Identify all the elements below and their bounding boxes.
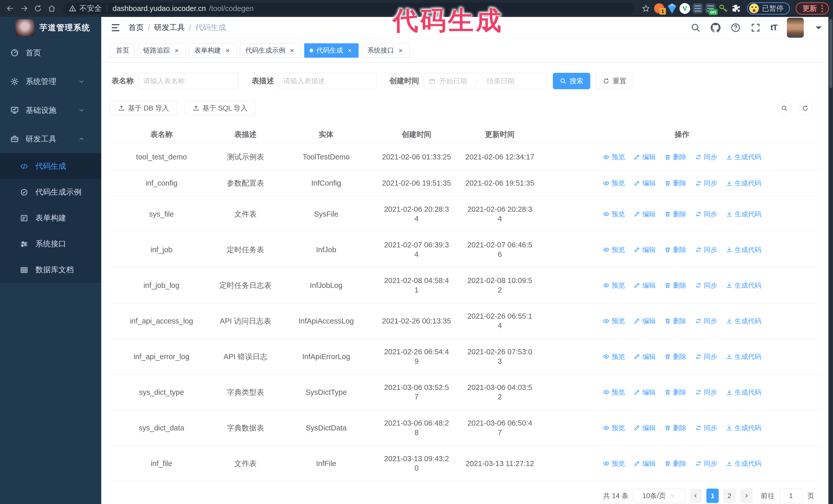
action-删除[interactable]: 删除 <box>664 210 686 219</box>
action-生成代码[interactable]: 生成代码 <box>726 352 761 361</box>
action-同步[interactable]: 同步 <box>695 210 717 219</box>
github-icon[interactable] <box>711 23 721 33</box>
action-同步[interactable]: 同步 <box>695 423 717 433</box>
tab-close-icon[interactable]: × <box>288 47 295 54</box>
action-生成代码[interactable]: 生成代码 <box>726 316 761 326</box>
action-同步[interactable]: 同步 <box>695 316 717 326</box>
bookmark-star-icon[interactable] <box>640 2 652 15</box>
sidebar-item-3[interactable]: 基础设施 <box>0 96 101 125</box>
sidebar-subitem[interactable]: 表单构建 <box>0 205 101 231</box>
action-删除[interactable]: 删除 <box>664 178 686 188</box>
action-同步[interactable]: 同步 <box>695 281 717 290</box>
action-同步[interactable]: 同步 <box>695 245 717 255</box>
browser-menu-icon[interactable] <box>820 5 824 12</box>
tab-close-icon[interactable]: × <box>346 47 353 54</box>
hamburger-icon[interactable] <box>111 23 121 33</box>
action-删除[interactable]: 删除 <box>664 388 686 397</box>
action-生成代码[interactable]: 生成代码 <box>726 423 761 433</box>
action-预览[interactable]: 预览 <box>603 210 625 219</box>
url-host[interactable]: dashboard.yudao.iocoder.cn <box>113 4 206 13</box>
action-预览[interactable]: 预览 <box>603 245 625 255</box>
sidebar-item-1[interactable]: 首页 <box>0 39 101 67</box>
sidebar-subitem[interactable]: 代码生成示例 <box>0 179 101 205</box>
search-icon[interactable] <box>690 23 701 33</box>
browser-scrollbar[interactable] <box>828 17 833 504</box>
action-生成代码[interactable]: 生成代码 <box>726 178 761 188</box>
action-预览[interactable]: 预览 <box>603 316 625 326</box>
action-生成代码[interactable]: 生成代码 <box>726 281 761 290</box>
tab-close-icon[interactable]: × <box>173 47 180 54</box>
action-编辑[interactable]: 编辑 <box>634 388 656 397</box>
date-range-picker[interactable]: 开始日期 - 结束日期 <box>424 73 547 89</box>
extension-vue-devtools-icon[interactable]: V <box>679 3 690 14</box>
tab-代码生成[interactable]: 代码生成× <box>304 43 359 58</box>
action-同步[interactable]: 同步 <box>695 178 717 188</box>
action-生成代码[interactable]: 生成代码 <box>726 152 761 162</box>
user-avatar[interactable] <box>787 18 804 38</box>
action-预览[interactable]: 预览 <box>603 178 625 188</box>
action-删除[interactable]: 删除 <box>664 423 686 433</box>
action-删除[interactable]: 删除 <box>664 281 686 290</box>
action-编辑[interactable]: 编辑 <box>634 316 656 326</box>
breadcrumb-dev-tools[interactable]: 研发工具 <box>154 22 185 33</box>
next-page-button[interactable] <box>740 488 753 503</box>
tab-close-icon[interactable]: × <box>224 47 231 54</box>
app-logo[interactable]: 芋道管理系统 <box>0 17 101 39</box>
url-path[interactable]: /tool/codegen <box>209 4 254 13</box>
action-同步[interactable]: 同步 <box>695 352 717 361</box>
action-编辑[interactable]: 编辑 <box>634 245 656 255</box>
tab-系统接口[interactable]: 系统接口× <box>362 43 410 58</box>
breadcrumb-home[interactable]: 首页 <box>128 22 144 33</box>
tab-链路追踪[interactable]: 链路追踪× <box>138 43 186 58</box>
home-icon[interactable] <box>46 2 58 15</box>
sidebar-item-2[interactable]: 系统管理 <box>0 67 101 96</box>
address-bar[interactable]: 不安全 dashboard.yudao.iocoder.cn/tool/code… <box>63 3 635 14</box>
action-删除[interactable]: 删除 <box>664 352 686 361</box>
action-编辑[interactable]: 编辑 <box>634 178 656 188</box>
action-预览[interactable]: 预览 <box>603 352 625 361</box>
extension-orange-icon[interactable]: 1 <box>653 3 665 14</box>
refresh-table-icon[interactable] <box>798 101 812 115</box>
action-编辑[interactable]: 编辑 <box>634 210 656 219</box>
page-button-2[interactable]: 2 <box>723 488 736 503</box>
profile-paused-pill[interactable]: 已暂停 <box>747 2 790 15</box>
action-编辑[interactable]: 编辑 <box>634 281 656 290</box>
page-button-1[interactable]: 1 <box>706 488 719 503</box>
extension-switch-icon[interactable]: on <box>705 3 716 14</box>
table-name-input[interactable] <box>138 73 238 89</box>
reload-icon[interactable] <box>32 2 44 15</box>
action-生成代码[interactable]: 生成代码 <box>726 210 761 219</box>
sidebar-subitem[interactable]: 数据库文档 <box>0 257 101 283</box>
browser-update-button[interactable]: 更新 <box>795 2 829 15</box>
back-icon[interactable] <box>4 2 17 15</box>
toggle-search-icon[interactable] <box>777 101 791 115</box>
help-icon[interactable] <box>731 23 741 33</box>
extension-sliders-icon[interactable] <box>692 3 703 14</box>
forward-icon[interactable] <box>18 2 30 15</box>
tab-代码生成示例[interactable]: 代码生成示例× <box>240 43 301 58</box>
import-db-button[interactable]: 基于 DB 导入 <box>110 100 177 116</box>
page-size-select[interactable]: 10条/页 <box>633 488 685 503</box>
action-预览[interactable]: 预览 <box>603 459 625 469</box>
reset-button[interactable]: 重置 <box>596 73 633 89</box>
import-sql-button[interactable]: 基于 SQL 导入 <box>185 100 256 116</box>
action-生成代码[interactable]: 生成代码 <box>726 459 761 469</box>
sidebar-subitem[interactable]: 系统接口 <box>0 231 101 257</box>
action-编辑[interactable]: 编辑 <box>634 352 656 361</box>
extension-gem-icon[interactable] <box>666 3 678 14</box>
sidebar-item-4[interactable]: 研发工具 <box>0 125 101 153</box>
tab-表单构建[interactable]: 表单构建× <box>189 43 237 58</box>
action-生成代码[interactable]: 生成代码 <box>726 388 761 397</box>
prev-page-button[interactable] <box>689 488 702 503</box>
action-预览[interactable]: 预览 <box>603 388 625 397</box>
font-size-icon[interactable]: tT <box>770 23 777 32</box>
action-同步[interactable]: 同步 <box>695 388 717 397</box>
tab-close-icon[interactable]: × <box>397 47 404 54</box>
action-预览[interactable]: 预览 <box>603 281 625 290</box>
action-生成代码[interactable]: 生成代码 <box>726 245 761 255</box>
extensions-puzzle-icon[interactable] <box>731 3 742 14</box>
action-删除[interactable]: 删除 <box>664 152 686 162</box>
action-同步[interactable]: 同步 <box>695 459 717 469</box>
action-删除[interactable]: 删除 <box>664 316 686 326</box>
tab-首页[interactable]: 首页 <box>111 43 135 58</box>
